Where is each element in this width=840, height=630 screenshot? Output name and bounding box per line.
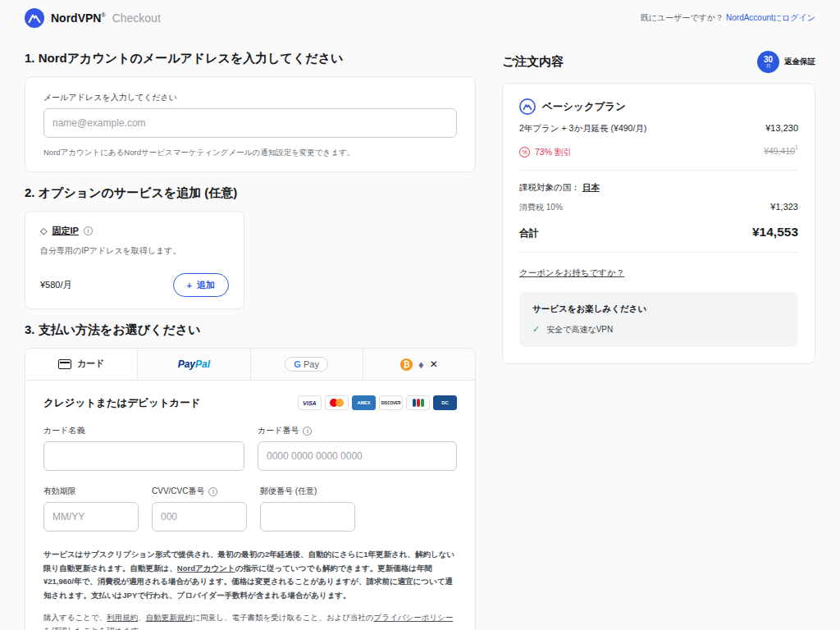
tab-paypal[interactable]: PayPal	[138, 349, 250, 380]
tab-crypto[interactable]: ₿ ♦ ✕	[363, 349, 475, 380]
cvv-info-icon[interactable]: i	[208, 487, 217, 496]
original-price: ¥49,4101	[764, 143, 798, 158]
divider	[519, 170, 798, 171]
tax-country-row: 課税対象の国： 日本	[519, 182, 798, 194]
divider	[519, 252, 798, 253]
login-prompt: 既にユーザーですか？	[641, 13, 724, 22]
tab-card[interactable]: カード	[25, 349, 138, 380]
zip-input[interactable]	[260, 502, 355, 532]
top-bar: NordVPN® Checkout 既にユーザーですか？ NordAccount…	[0, 0, 840, 36]
checkout-column: 1. Nordアカウントのメールアドレスを入力してください メールアドレスを入力…	[25, 38, 476, 630]
step3-title: 3. 支払い方法をお選びください	[25, 322, 476, 338]
expiry-field: 有効期限	[43, 486, 139, 532]
card-section-title: クレジットまたはデビットカード	[43, 396, 201, 410]
total-row: 合計 ¥14,553	[519, 225, 798, 240]
brand-name: NordVPN®	[51, 11, 106, 25]
benefit-text: 安全で高速なVPN	[546, 324, 613, 336]
card-number-info-icon[interactable]: i	[303, 427, 312, 436]
plan-row: ベーシックプラン	[519, 98, 798, 115]
ethereum-icon: ♦	[418, 358, 424, 371]
info-icon[interactable]: i	[84, 226, 93, 235]
subscription-terms-text: サービスはサブスクリプション形式で提供され、最初の最初の2年経過後、自動的にさら…	[43, 548, 457, 603]
order-summary-title: ご注文内容	[502, 54, 564, 70]
brand-text: NordVPN	[51, 11, 101, 25]
plan-price: ¥13,230	[765, 123, 798, 133]
email-input[interactable]	[43, 108, 457, 138]
tax-country-link[interactable]: 日本	[582, 182, 600, 192]
total-value: ¥14,553	[752, 225, 798, 240]
order-summary-column: ご注文内容 30 日 返金保証 ベーシックプラン 2年プラン + 3か月延長 (…	[502, 38, 815, 630]
add-addon-button[interactable]: + 追加	[173, 273, 229, 297]
cvv-input[interactable]	[152, 502, 247, 532]
dedicated-ip-icon: ◇	[40, 226, 47, 236]
trademark-mark: ®	[101, 12, 105, 18]
tax-label: 消費税 10%	[519, 202, 563, 213]
addon-description: 自分専用のIPアドレスを取得します。	[40, 245, 229, 257]
step2-title: 2. オプションのサービスを追加 (任意)	[25, 185, 476, 201]
card-name-label: カード名義	[43, 425, 244, 436]
crypto-x-icon: ✕	[430, 358, 438, 370]
benefits-title: サービスをお楽しみください	[532, 304, 785, 315]
tab-gpay[interactable]: GPay	[251, 349, 363, 380]
card-brand-icons: VISA AMEX DISCOVER DC	[298, 395, 457, 410]
privacy-policy-link[interactable]: プライバシーポリシー	[374, 613, 454, 622]
add-label: 追加	[197, 279, 215, 291]
benefit-item: ✓ 安全で高速なVPN	[532, 324, 785, 336]
card-name-input[interactable]	[43, 441, 244, 471]
order-summary-header: ご注文内容 30 日 返金保証	[502, 51, 815, 73]
plus-icon: +	[187, 281, 192, 290]
thirty-day-badge-icon: 30 日	[757, 51, 779, 73]
tax-value: ¥1,323	[770, 202, 798, 212]
money-back-label: 返金保証	[784, 57, 815, 67]
login-area: 既にユーザーですか？ NordAccountにログイン	[641, 12, 815, 24]
card-form: クレジットまたはデビットカード VISA AMEX DISCOVER DC カー…	[25, 381, 475, 630]
amex-icon: AMEX	[352, 395, 376, 410]
paypal-logo-icon: PayPal	[178, 358, 210, 370]
payment-tabs: カード PayPal GPay ₿ ♦ ✕	[25, 349, 475, 381]
discover-icon: DISCOVER	[379, 395, 403, 410]
total-label: 合計	[519, 226, 539, 240]
card-form-header: クレジットまたはデビットカード VISA AMEX DISCOVER DC	[43, 395, 457, 410]
plan-detail: 2年プラン + 3か月延長 (¥490/月)	[519, 123, 646, 135]
terms-link[interactable]: 利用規約	[107, 613, 138, 622]
plan-name: ベーシックプラン	[542, 100, 626, 114]
nordvpn-logo-icon	[25, 8, 44, 28]
green-check-icon: ✓	[532, 324, 540, 335]
plan-logo-icon	[519, 98, 536, 115]
coupon-link[interactable]: クーポンをお持ちですか？	[519, 267, 624, 279]
card-row-2: 有効期限 CVV/CVC番号 i 郵便番号 (任意)	[43, 486, 457, 532]
tax-country-label: 課税対象の国：	[519, 182, 580, 192]
tax-row: 消費税 10% ¥1,323	[519, 202, 798, 213]
card-number-field: カード番号 i	[258, 425, 457, 471]
card-number-label: カード番号	[258, 425, 299, 436]
payment-card: カード PayPal GPay ₿ ♦ ✕ クレジットまた	[25, 348, 476, 630]
credit-card-icon	[58, 359, 71, 369]
visa-icon: VISA	[298, 395, 322, 410]
card-row-1: カード名義 カード番号 i	[43, 425, 457, 471]
plan-detail-row: 2年プラン + 3か月延長 (¥490/月) ¥13,230	[519, 123, 798, 135]
tab-card-label: カード	[77, 358, 105, 370]
email-hint: NordアカウントにあるNordサービスマーケティングメールの通知設定を変更でき…	[43, 148, 457, 158]
bitcoin-icon: ₿	[400, 358, 413, 371]
discount-label: 73% 割引	[535, 147, 572, 158]
percent-icon: %	[519, 147, 530, 158]
diners-icon: DC	[433, 395, 457, 410]
money-back-badge: 30 日 返金保証	[757, 51, 815, 73]
login-link[interactable]: NordAccountにログイン	[726, 13, 815, 22]
email-card: メールアドレスを入力してください NordアカウントにあるNordサービスマーケ…	[25, 76, 476, 172]
expiry-input[interactable]	[43, 502, 139, 532]
zip-field: 郵便番号 (任意)	[260, 486, 355, 532]
discount-row: % 73% 割引 ¥49,4101	[519, 143, 798, 158]
card-number-input[interactable]	[258, 441, 457, 471]
step1-title: 1. Nordアカウントのメールアドレスを入力してください	[25, 51, 476, 66]
nord-account-link[interactable]: Nordアカウント	[177, 564, 235, 573]
agreement-text: 購入することで、利用規約、自動更新規約に同意し、電子書類を受け取ること、および当…	[43, 611, 457, 630]
mastercard-icon	[325, 395, 349, 410]
auto-renewal-link[interactable]: 自動更新規約	[146, 613, 193, 622]
gpay-logo-icon: GPay	[285, 357, 328, 372]
jcb-icon	[406, 395, 430, 410]
dedicated-ip-link[interactable]: 固定IP	[52, 225, 78, 237]
brand: NordVPN® Checkout	[25, 8, 161, 28]
page-title: Checkout	[112, 11, 161, 25]
cvv-label: CVV/CVC番号	[152, 486, 204, 497]
